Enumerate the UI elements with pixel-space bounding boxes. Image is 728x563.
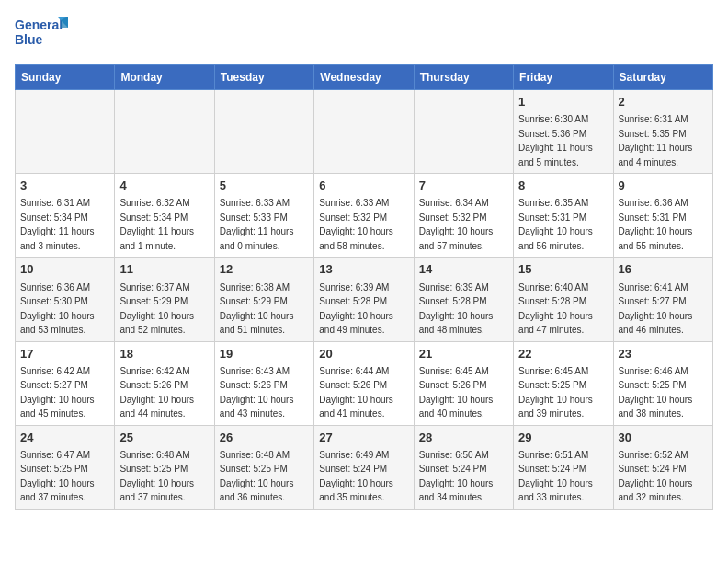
day-number: 23	[619, 346, 708, 362]
day-detail: Sunrise: 6:48 AM Sunset: 5:25 PM Dayligh…	[220, 450, 294, 503]
day-detail: Sunrise: 6:39 AM Sunset: 5:28 PM Dayligh…	[419, 282, 494, 336]
day-number: 17	[20, 346, 109, 362]
day-number: 22	[518, 346, 608, 362]
day-cell: 7Sunrise: 6:34 AM Sunset: 5:32 PM Daylig…	[414, 174, 513, 258]
day-cell	[16, 90, 115, 174]
day-number: 30	[619, 430, 708, 446]
day-detail: Sunrise: 6:40 AM Sunset: 5:28 PM Dayligh…	[518, 282, 593, 336]
day-cell	[115, 90, 214, 174]
week-row-4: 17Sunrise: 6:42 AM Sunset: 5:27 PM Dayli…	[16, 341, 713, 425]
day-cell: 30Sunrise: 6:52 AM Sunset: 5:24 PM Dayli…	[613, 425, 712, 509]
day-number: 1	[518, 94, 608, 110]
day-cell: 17Sunrise: 6:42 AM Sunset: 5:27 PM Dayli…	[16, 341, 115, 425]
day-cell: 11Sunrise: 6:37 AM Sunset: 5:29 PM Dayli…	[115, 258, 214, 341]
day-cell: 3Sunrise: 6:31 AM Sunset: 5:34 PM Daylig…	[16, 174, 115, 258]
weekday-header-sunday: Sunday	[16, 65, 115, 90]
weekday-header-saturday: Saturday	[613, 65, 712, 90]
day-cell	[214, 90, 313, 174]
day-cell: 21Sunrise: 6:45 AM Sunset: 5:26 PM Dayli…	[414, 341, 513, 425]
svg-text:General: General	[15, 17, 63, 32]
day-detail: Sunrise: 6:45 AM Sunset: 5:26 PM Dayligh…	[419, 366, 494, 419]
day-detail: Sunrise: 6:49 AM Sunset: 5:24 PM Dayligh…	[319, 450, 393, 503]
weekday-header-wednesday: Wednesday	[314, 65, 414, 90]
page-header: General Blue	[15, 15, 713, 53]
day-number: 2	[619, 94, 708, 110]
day-detail: Sunrise: 6:47 AM Sunset: 5:25 PM Dayligh…	[20, 450, 95, 503]
day-cell: 2Sunrise: 6:31 AM Sunset: 5:35 PM Daylig…	[613, 90, 712, 174]
day-number: 24	[20, 430, 109, 446]
day-detail: Sunrise: 6:34 AM Sunset: 5:32 PM Dayligh…	[419, 198, 494, 251]
day-detail: Sunrise: 6:50 AM Sunset: 5:24 PM Dayligh…	[419, 450, 494, 503]
day-number: 21	[419, 346, 508, 362]
day-number: 3	[20, 178, 109, 194]
weekday-header-thursday: Thursday	[414, 65, 513, 90]
day-cell: 26Sunrise: 6:48 AM Sunset: 5:25 PM Dayli…	[214, 425, 313, 509]
day-detail: Sunrise: 6:48 AM Sunset: 5:25 PM Dayligh…	[119, 450, 194, 503]
day-cell: 15Sunrise: 6:40 AM Sunset: 5:28 PM Dayli…	[514, 258, 613, 341]
day-cell: 13Sunrise: 6:39 AM Sunset: 5:28 PM Dayli…	[314, 258, 414, 341]
day-detail: Sunrise: 6:41 AM Sunset: 5:27 PM Dayligh…	[619, 282, 693, 336]
day-number: 29	[518, 430, 608, 446]
day-cell: 24Sunrise: 6:47 AM Sunset: 5:25 PM Dayli…	[16, 425, 115, 509]
day-cell: 8Sunrise: 6:35 AM Sunset: 5:31 PM Daylig…	[514, 174, 613, 258]
day-number: 18	[119, 346, 209, 362]
day-cell: 23Sunrise: 6:46 AM Sunset: 5:25 PM Dayli…	[613, 341, 712, 425]
week-row-2: 3Sunrise: 6:31 AM Sunset: 5:34 PM Daylig…	[16, 174, 713, 258]
day-number: 13	[319, 261, 408, 278]
day-number: 20	[319, 346, 408, 362]
day-detail: Sunrise: 6:52 AM Sunset: 5:24 PM Dayligh…	[619, 450, 693, 503]
day-detail: Sunrise: 6:38 AM Sunset: 5:29 PM Dayligh…	[220, 282, 294, 336]
day-number: 26	[220, 430, 309, 446]
day-detail: Sunrise: 6:30 AM Sunset: 5:36 PM Dayligh…	[518, 114, 593, 167]
day-detail: Sunrise: 6:33 AM Sunset: 5:32 PM Dayligh…	[319, 198, 393, 251]
day-cell: 20Sunrise: 6:44 AM Sunset: 5:26 PM Dayli…	[314, 341, 414, 425]
week-row-5: 24Sunrise: 6:47 AM Sunset: 5:25 PM Dayli…	[16, 425, 713, 509]
day-number: 14	[419, 261, 508, 278]
day-number: 10	[20, 261, 109, 278]
day-number: 25	[119, 430, 209, 446]
day-number: 8	[518, 178, 608, 194]
day-cell: 6Sunrise: 6:33 AM Sunset: 5:32 PM Daylig…	[314, 174, 414, 258]
day-number: 28	[419, 430, 508, 446]
day-cell	[414, 90, 513, 174]
weekday-header-monday: Monday	[115, 65, 214, 90]
day-cell: 14Sunrise: 6:39 AM Sunset: 5:28 PM Dayli…	[414, 258, 513, 341]
logo-svg: General Blue	[15, 15, 70, 53]
day-cell: 29Sunrise: 6:51 AM Sunset: 5:24 PM Dayli…	[514, 425, 613, 509]
day-detail: Sunrise: 6:51 AM Sunset: 5:24 PM Dayligh…	[518, 450, 593, 503]
week-row-1: 1Sunrise: 6:30 AM Sunset: 5:36 PM Daylig…	[16, 90, 713, 174]
weekday-header-row: SundayMondayTuesdayWednesdayThursdayFrid…	[16, 65, 713, 90]
day-number: 12	[220, 261, 309, 278]
calendar-table: SundayMondayTuesdayWednesdayThursdayFrid…	[15, 64, 713, 510]
day-number: 16	[619, 261, 708, 278]
day-detail: Sunrise: 6:35 AM Sunset: 5:31 PM Dayligh…	[518, 198, 593, 251]
day-cell: 16Sunrise: 6:41 AM Sunset: 5:27 PM Dayli…	[613, 258, 712, 341]
day-cell: 1Sunrise: 6:30 AM Sunset: 5:36 PM Daylig…	[514, 90, 613, 174]
day-detail: Sunrise: 6:33 AM Sunset: 5:33 PM Dayligh…	[220, 198, 294, 251]
weekday-header-tuesday: Tuesday	[214, 65, 313, 90]
logo: General Blue	[15, 15, 70, 53]
day-cell	[314, 90, 414, 174]
day-number: 19	[220, 346, 309, 362]
day-number: 7	[419, 178, 508, 194]
day-cell: 9Sunrise: 6:36 AM Sunset: 5:31 PM Daylig…	[613, 174, 712, 258]
day-number: 4	[119, 178, 209, 194]
day-cell: 22Sunrise: 6:45 AM Sunset: 5:25 PM Dayli…	[514, 341, 613, 425]
day-detail: Sunrise: 6:36 AM Sunset: 5:30 PM Dayligh…	[20, 282, 95, 336]
day-cell: 10Sunrise: 6:36 AM Sunset: 5:30 PM Dayli…	[16, 258, 115, 341]
day-detail: Sunrise: 6:31 AM Sunset: 5:35 PM Dayligh…	[619, 114, 693, 167]
day-cell: 28Sunrise: 6:50 AM Sunset: 5:24 PM Dayli…	[414, 425, 513, 509]
day-cell: 19Sunrise: 6:43 AM Sunset: 5:26 PM Dayli…	[214, 341, 313, 425]
day-number: 11	[119, 261, 209, 278]
day-detail: Sunrise: 6:42 AM Sunset: 5:26 PM Dayligh…	[119, 366, 194, 419]
week-row-3: 10Sunrise: 6:36 AM Sunset: 5:30 PM Dayli…	[16, 258, 713, 341]
day-detail: Sunrise: 6:42 AM Sunset: 5:27 PM Dayligh…	[20, 366, 95, 419]
day-number: 27	[319, 430, 408, 446]
day-detail: Sunrise: 6:44 AM Sunset: 5:26 PM Dayligh…	[319, 366, 393, 419]
day-detail: Sunrise: 6:43 AM Sunset: 5:26 PM Dayligh…	[220, 366, 294, 419]
day-detail: Sunrise: 6:46 AM Sunset: 5:25 PM Dayligh…	[619, 366, 693, 419]
day-detail: Sunrise: 6:45 AM Sunset: 5:25 PM Dayligh…	[518, 366, 593, 419]
day-detail: Sunrise: 6:31 AM Sunset: 5:34 PM Dayligh…	[20, 198, 95, 251]
day-number: 15	[518, 261, 608, 278]
day-cell: 12Sunrise: 6:38 AM Sunset: 5:29 PM Dayli…	[214, 258, 313, 341]
